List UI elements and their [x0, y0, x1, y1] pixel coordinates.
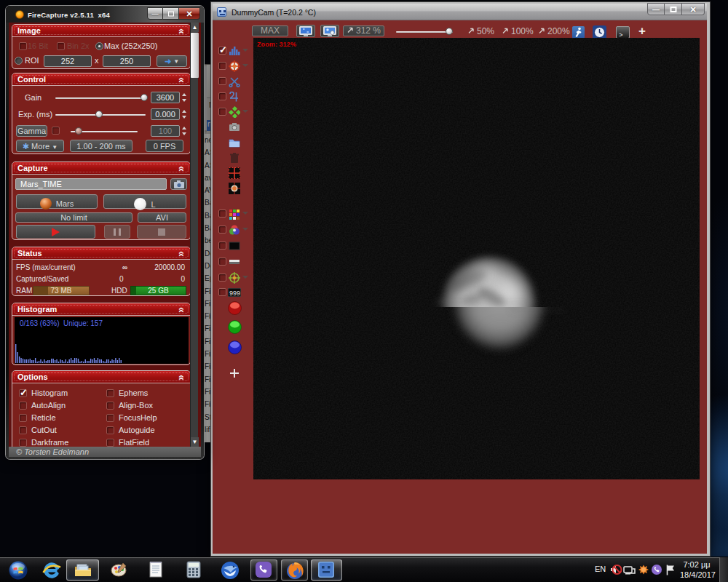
svg-text:999: 999: [229, 290, 240, 297]
